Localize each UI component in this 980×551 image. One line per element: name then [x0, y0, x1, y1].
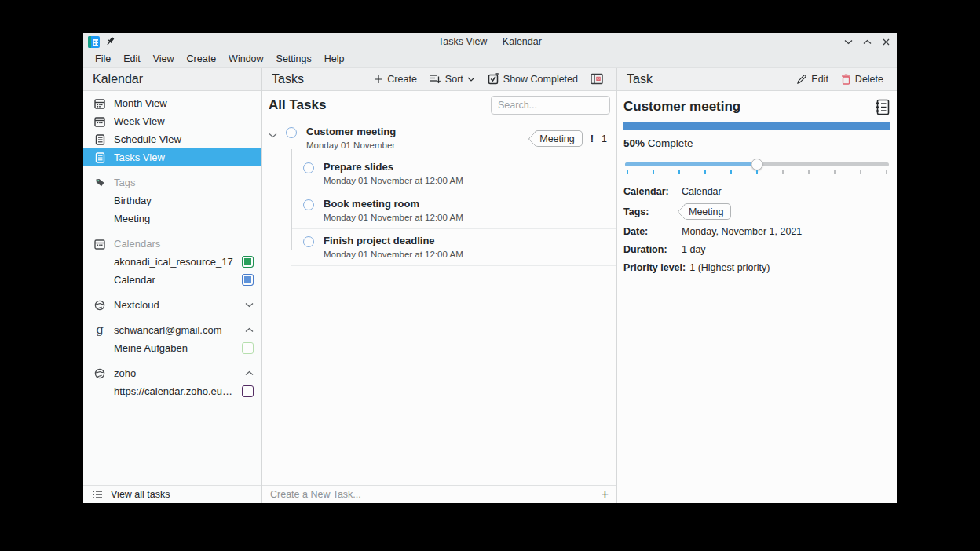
sidebar-item-month-view[interactable]: Month View — [83, 94, 261, 112]
add-task-plus-button[interactable]: + — [602, 488, 609, 501]
sidebar-account-gmail[interactable]: g schwancarl@gmail.com — [83, 321, 261, 339]
kalendar-app-icon — [88, 36, 100, 48]
search-input[interactable] — [491, 96, 610, 115]
task-tag-chip[interactable]: Meeting — [534, 130, 582, 147]
task-title: Customer meeting — [306, 126, 527, 137]
sidebar: Kalendar Month View Week View — [83, 68, 262, 503]
delete-task-button[interactable]: Delete — [837, 71, 887, 87]
globe-icon — [93, 367, 106, 380]
slider-handle[interactable] — [751, 159, 763, 170]
field-value: Monday, November 1, 2021 — [682, 226, 802, 237]
menu-help[interactable]: Help — [319, 52, 350, 66]
task-row-subtask[interactable]: Finish project deadline Monday 01 Novemb… — [291, 228, 616, 266]
create-label: Create — [387, 74, 417, 85]
task-title: Book meeting room — [324, 198, 610, 210]
calendar-checkbox-blue[interactable] — [242, 274, 254, 286]
menu-create[interactable]: Create — [181, 52, 222, 66]
kalendar-window: Tasks View — Kalendar File Edit View Cre… — [83, 33, 897, 503]
completion-percent: 50% — [623, 137, 645, 149]
sidebar-calendar-zoho-url[interactable]: https://calendar.zoho.eu/caldav/b... — [83, 382, 261, 400]
minimize-button[interactable] — [842, 35, 854, 48]
sidebar-calendar-meine-aufgaben[interactable]: Meine Aufgaben — [83, 339, 261, 357]
calendar-checkbox-green[interactable] — [242, 256, 254, 268]
task-list-icon — [91, 488, 104, 501]
task-date: Monday 01 November at 12:00 AM — [324, 176, 610, 185]
task-row-subtask[interactable]: Book meeting room Monday 01 November at … — [291, 192, 616, 228]
task-complete-circle[interactable] — [303, 236, 314, 247]
tasks-panel-header: Tasks Create Sort Show Completed — [262, 68, 616, 91]
account-label: Nextcloud — [114, 299, 237, 311]
expander-chevron-icon[interactable] — [269, 126, 284, 150]
create-new-task-placeholder: Create a New Task... — [270, 489, 361, 500]
menu-settings[interactable]: Settings — [271, 52, 317, 66]
task-row-parent[interactable]: Customer meeting Monday 01 November Meet… — [262, 122, 616, 155]
tag-chip[interactable]: Meeting — [683, 203, 731, 220]
task-complete-circle[interactable] — [303, 162, 314, 173]
account-label: schwancarl@gmail.com — [114, 324, 237, 336]
field-date: Date: Monday, November 1, 2021 — [623, 225, 890, 238]
edit-label: Edit — [811, 74, 828, 85]
sidebar-tag-meeting[interactable]: Meeting — [83, 210, 261, 228]
view-all-tasks-label: View all tasks — [111, 489, 170, 500]
menu-view[interactable]: View — [148, 52, 180, 66]
menu-edit[interactable]: Edit — [118, 52, 146, 66]
delete-label: Delete — [855, 74, 883, 85]
tag-label: Birthday — [114, 195, 254, 206]
tasks-panel-title: Tasks — [272, 72, 304, 86]
task-title: Finish project deadline — [324, 235, 610, 246]
task-row-subtask[interactable]: Prepare slides Monday 01 November at 12:… — [291, 155, 616, 192]
maximize-button[interactable] — [861, 35, 873, 48]
edit-task-button[interactable]: Edit — [792, 71, 832, 87]
plus-icon — [374, 75, 383, 84]
close-button[interactable] — [879, 35, 892, 48]
sidebar-section-label: Tags — [114, 177, 254, 188]
chevron-down-icon — [467, 77, 475, 82]
sidebar-section-calendars[interactable]: Calendars — [83, 235, 261, 253]
pin-icon[interactable] — [106, 36, 115, 47]
detail-panel-header: Task Edit Delete — [617, 68, 897, 91]
task-complete-circle[interactable] — [286, 127, 297, 138]
panel-close-icon — [591, 73, 603, 85]
list-icon — [93, 133, 106, 146]
sidebar-item-tasks-view[interactable]: Tasks View — [83, 148, 261, 166]
tag-label: Meeting — [114, 213, 254, 224]
create-new-task-bar[interactable]: Create a New Task... + — [262, 485, 616, 503]
tasks-panel: Tasks Create Sort Show Completed — [262, 68, 617, 503]
view-all-tasks-button[interactable]: View all tasks — [83, 485, 261, 503]
slider-fill — [625, 162, 757, 166]
task-complete-circle[interactable] — [303, 199, 314, 210]
sort-button[interactable]: Sort — [426, 71, 479, 87]
sidebar-item-week-view[interactable]: Week View — [83, 112, 261, 130]
task-list: Customer meeting Monday 01 November Meet… — [262, 119, 616, 485]
sidebar-calendar-calendar[interactable]: Calendar — [83, 271, 261, 289]
calendar-label: https://calendar.zoho.eu/caldav/b... — [114, 385, 234, 397]
chevron-up-icon[interactable] — [245, 327, 254, 333]
task-detail-panel: Task Edit Delete Customer meeting — [617, 68, 897, 503]
sort-icon — [430, 74, 441, 84]
sidebar-title: Kalendar — [93, 72, 143, 86]
tasks-listbar: All Tasks — [262, 91, 616, 119]
sidebar-item-label: Schedule View — [114, 133, 254, 145]
menu-file[interactable]: File — [90, 52, 116, 66]
create-task-button[interactable]: Create — [370, 71, 421, 87]
chevron-down-icon[interactable] — [245, 302, 254, 308]
chevron-up-icon[interactable] — [245, 370, 254, 376]
show-completed-button[interactable]: Show Completed — [484, 71, 582, 87]
checkbox-checked-icon — [488, 73, 499, 85]
menubar: File Edit View Create Window Settings He… — [83, 50, 897, 68]
sidebar-section-label: Calendars — [114, 238, 254, 250]
task-date: Monday 01 November at 12:00 AM — [324, 213, 610, 222]
sidebar-account-nextcloud[interactable]: Nextcloud — [83, 296, 261, 314]
calendar-checkbox-purple[interactable] — [242, 385, 254, 397]
sidebar-tag-birthday[interactable]: Birthday — [83, 192, 261, 210]
calendar-icon — [93, 238, 106, 250]
calendar-label: akonadi_ical_resource_17 — [114, 256, 234, 268]
sidebar-calendar-akonadi[interactable]: akonadi_ical_resource_17 — [83, 253, 261, 271]
sidebar-item-schedule-view[interactable]: Schedule View — [83, 130, 261, 148]
menu-window[interactable]: Window — [223, 52, 269, 66]
completion-slider[interactable] — [625, 160, 889, 174]
sidebar-section-tags[interactable]: Tags — [83, 173, 261, 192]
calendar-checkbox-lightgreen[interactable] — [242, 342, 254, 354]
hide-task-panel-button[interactable] — [587, 71, 607, 87]
sidebar-account-zoho[interactable]: zoho — [83, 364, 261, 382]
